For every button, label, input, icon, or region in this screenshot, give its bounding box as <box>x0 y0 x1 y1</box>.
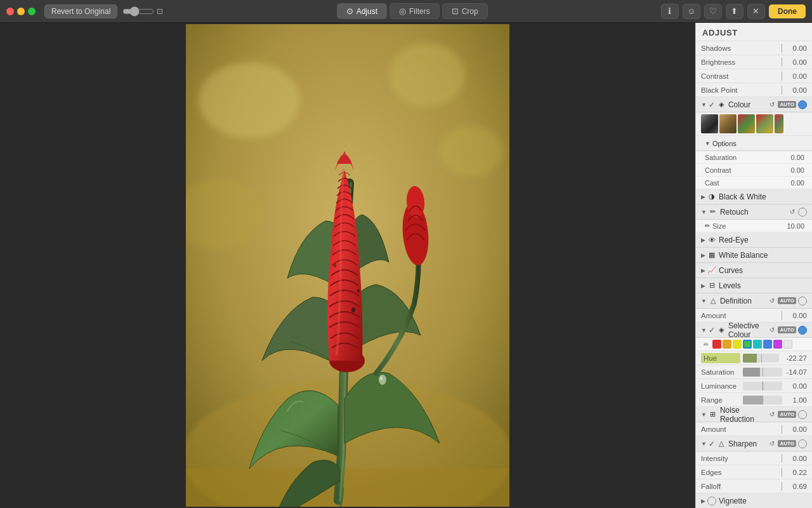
definition-auto-badge[interactable]: AUTO <box>778 297 796 304</box>
preset-thumb-4[interactable] <box>756 114 773 133</box>
sc-swatch-orange[interactable] <box>723 340 731 349</box>
sharpen-auto-badge[interactable]: AUTO <box>778 440 796 447</box>
tab-crop[interactable]: ⊡ Crop <box>442 3 488 19</box>
colour-auto-badge[interactable]: AUTO <box>778 101 796 108</box>
close-button[interactable] <box>6 8 14 15</box>
panel-title: ADJUST <box>702 28 738 37</box>
sc-swatch-yellow[interactable] <box>733 340 742 349</box>
tab-crop-icon: ⊡ <box>452 6 459 16</box>
colour-section[interactable]: ▼ ✓ ◈ Colour ↺ AUTO <box>696 97 812 112</box>
vignette-toggle[interactable] <box>707 497 716 505</box>
svg-point-11 <box>357 289 360 293</box>
vignette-section[interactable]: ▶ Vignette <box>696 493 812 508</box>
levels-section[interactable]: ▶ ⊟ Levels <box>696 278 812 293</box>
svg-point-3 <box>440 126 503 177</box>
heart-button[interactable]: ♡ <box>704 4 722 19</box>
retouch-icon: ✏ <box>709 208 717 217</box>
wb-section[interactable]: ▶ ▦ White Balance <box>696 248 812 263</box>
retouch-toggle[interactable] <box>798 208 807 217</box>
sc-toggle[interactable] <box>798 326 807 335</box>
bw-section[interactable]: ▶ ◑ Black & White <box>696 189 812 204</box>
bw-chevron: ▶ <box>701 194 705 200</box>
sharpen-falloff-divider <box>782 482 782 491</box>
sc-swatch-cyan[interactable] <box>753 340 762 349</box>
sc-auto-badge[interactable]: AUTO <box>778 326 796 333</box>
info-button[interactable]: ℹ <box>661 4 679 19</box>
tab-filters[interactable]: ◎ Filters <box>390 3 440 19</box>
colour-chevron: ▼ <box>701 102 707 108</box>
col-cast-label: Cast <box>705 179 782 187</box>
definition-amount-value: 0.00 <box>785 312 807 319</box>
sc-reset-btn[interactable]: ↺ <box>768 326 776 333</box>
contrast-row: Contrast 0.00 <box>696 69 812 83</box>
colour-label: Colour <box>728 100 769 109</box>
shadows-value: 0.00 <box>785 44 807 52</box>
definition-toggle[interactable] <box>798 297 807 305</box>
options-section[interactable]: ▼ Options <box>696 136 812 151</box>
sc-range-bar <box>743 396 763 404</box>
selective-colour-section[interactable]: ▼ ✓ ◈ Selective Colour ↺ AUTO <box>696 323 812 338</box>
nr-reset-btn[interactable]: ↺ <box>768 411 776 418</box>
zoom-slider[interactable] <box>122 6 154 17</box>
done-button[interactable]: Done <box>769 4 806 18</box>
right-panel: ADJUST Shadows 0.00 Brightness 0.00 Cont… <box>695 23 812 508</box>
main-content: ADJUST Shadows 0.00 Brightness 0.00 Cont… <box>0 23 812 508</box>
col-sat-row: Saturation 0.00 <box>696 151 812 164</box>
sc-swatch-blue[interactable] <box>763 340 772 349</box>
nr-toggle[interactable] <box>798 410 807 419</box>
nr-icon: ⊞ <box>709 410 717 419</box>
contrast-value: 0.00 <box>785 72 807 80</box>
sc-hue-label: Hue <box>704 354 717 362</box>
more-button[interactable]: ✕ <box>747 4 765 19</box>
sc-swatch-red[interactable] <box>712 340 721 349</box>
col-contrast-label: Contrast <box>705 166 782 174</box>
nr-chevron: ▼ <box>701 411 707 418</box>
col-cast-row: Cast 0.00 <box>696 177 812 189</box>
colour-toggle[interactable] <box>798 100 807 109</box>
definition-reset-btn[interactable]: ↺ <box>768 297 776 304</box>
tab-adjust[interactable]: ⊙ Adjust <box>337 3 387 19</box>
sharpen-toggle[interactable] <box>798 439 807 448</box>
retouch-reset-btn[interactable]: ↺ <box>789 208 796 215</box>
sc-lum-bar <box>763 382 763 391</box>
sc-saturation-row: Saturation -14.07 <box>696 365 812 379</box>
minimize-button[interactable] <box>17 8 25 15</box>
brightness-divider <box>782 58 782 67</box>
nr-divider <box>782 425 782 434</box>
sc-swatch-magenta[interactable] <box>773 340 782 349</box>
contrast-label: Contrast <box>701 72 779 80</box>
sharpen-chevron: ▼ <box>701 441 707 447</box>
sc-lum-value: 0.00 <box>785 382 807 390</box>
contrast-divider <box>782 72 782 81</box>
redeye-section[interactable]: ▶ 👁 Red-Eye <box>696 232 812 248</box>
svg-point-13 <box>379 375 386 385</box>
revert-label: Revert to Original <box>51 7 110 16</box>
wb-chevron: ▶ <box>701 252 705 258</box>
sharpen-reset-btn[interactable]: ↺ <box>768 440 776 447</box>
levels-icon: ⊟ <box>707 281 716 290</box>
retouch-section[interactable]: ▼ ✏ Retouch ↺ <box>696 204 812 220</box>
revert-button[interactable]: Revert to Original <box>44 4 117 18</box>
black-point-row: Black Point 0.00 <box>696 83 812 97</box>
preset-thumb-5[interactable] <box>775 114 783 133</box>
sc-swatch-white[interactable] <box>783 340 792 349</box>
redeye-icon: 👁 <box>707 236 716 244</box>
preset-thumb-1[interactable] <box>701 114 718 133</box>
curves-section[interactable]: ▶ 📈 Curves <box>696 263 812 278</box>
sharpen-section[interactable]: ▼ ✓ △ Sharpen ↺ AUTO <box>696 436 812 451</box>
maximize-button[interactable] <box>28 8 36 15</box>
emoji-button[interactable]: ☺ <box>683 4 700 19</box>
preset-thumb-2[interactable] <box>719 114 737 133</box>
col-contrast-value: 0.00 <box>782 166 804 174</box>
noise-reduction-section[interactable]: ▼ ⊞ Noise Reduction ↺ AUTO <box>696 407 812 422</box>
share-button[interactable]: ⬆ <box>726 4 743 19</box>
sc-swatch-green[interactable] <box>743 340 752 349</box>
sc-hue-value: -22.27 <box>782 354 807 362</box>
definition-section[interactable]: ▼ △ Definition ↺ AUTO <box>696 293 812 309</box>
nr-auto-badge[interactable]: AUTO <box>778 411 796 418</box>
preset-thumb-3[interactable] <box>738 114 755 133</box>
image-area <box>0 23 695 508</box>
colour-reset-btn[interactable]: ↺ <box>768 101 776 108</box>
retouch-chevron: ▼ <box>701 209 707 215</box>
svg-point-10 <box>351 307 355 312</box>
